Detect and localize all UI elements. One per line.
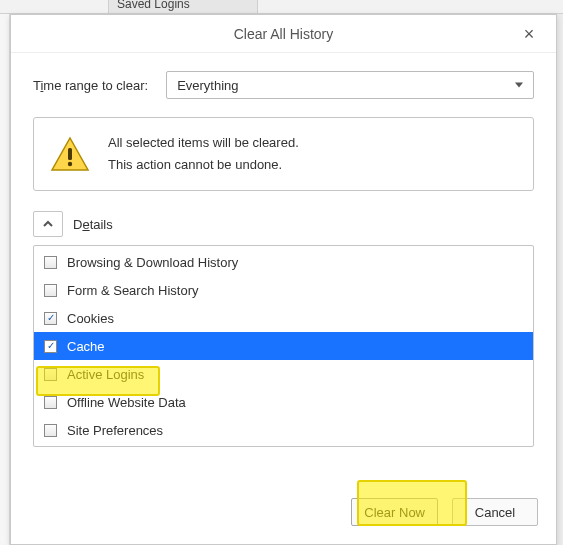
cancel-button[interactable]: Cancel	[452, 498, 538, 526]
close-icon: ×	[524, 24, 535, 45]
list-item[interactable]: Site Preferences	[34, 416, 533, 444]
list-item-label: Form & Search History	[67, 283, 198, 298]
warning-icon	[50, 136, 90, 172]
list-item[interactable]: Form & Search History	[34, 276, 533, 304]
list-item-label: Active Logins	[67, 367, 144, 382]
button-label: Cancel	[475, 505, 515, 520]
button-label: Clear Now	[364, 505, 425, 520]
list-item[interactable]: Active Logins	[34, 360, 533, 388]
checkbox[interactable]	[44, 424, 57, 437]
time-range-row: Time range to clear: Everything	[33, 71, 534, 99]
list-item[interactable]: Browsing & Download History	[34, 248, 533, 276]
clear-history-dialog: Clear All History × Time range to clear:…	[10, 14, 557, 545]
svg-point-2	[68, 162, 72, 166]
dialog-title: Clear All History	[234, 26, 334, 42]
svg-rect-1	[68, 148, 72, 160]
checkbox[interactable]	[44, 312, 57, 325]
checkbox[interactable]	[44, 368, 57, 381]
label-part: me range to clear:	[43, 78, 148, 93]
items-list: Browsing & Download HistoryForm & Search…	[33, 245, 534, 447]
details-label: Details	[73, 217, 113, 232]
label-part: D	[73, 217, 82, 232]
list-item-label: Cookies	[67, 311, 114, 326]
dialog-body: Time range to clear: Everything All sele…	[11, 53, 556, 484]
list-item-label: Browsing & Download History	[67, 255, 238, 270]
chevron-up-icon	[42, 218, 54, 230]
dialog-titlebar: Clear All History ×	[11, 15, 556, 53]
background-toolbar	[0, 0, 563, 14]
chevron-down-icon	[515, 83, 523, 88]
warning-line1: All selected items will be cleared.	[108, 132, 299, 154]
time-range-select[interactable]: Everything	[166, 71, 534, 99]
list-item[interactable]: Offline Website Data	[34, 388, 533, 416]
time-range-value: Everything	[177, 78, 238, 93]
checkbox[interactable]	[44, 256, 57, 269]
list-item-label: Site Preferences	[67, 423, 163, 438]
list-item[interactable]: Cookies	[34, 304, 533, 332]
label-accesskey: e	[82, 217, 89, 232]
details-header: Details	[33, 211, 534, 237]
label-part: tails	[90, 217, 113, 232]
warning-text: All selected items will be cleared. This…	[108, 132, 299, 176]
checkbox[interactable]	[44, 340, 57, 353]
details-toggle-button[interactable]	[33, 211, 63, 237]
close-button[interactable]: ×	[510, 15, 548, 53]
clear-now-button[interactable]: Clear Now	[351, 498, 438, 526]
list-item-label: Offline Website Data	[67, 395, 186, 410]
checkbox[interactable]	[44, 396, 57, 409]
checkbox[interactable]	[44, 284, 57, 297]
list-item-label: Cache	[67, 339, 105, 354]
time-range-label: Time range to clear:	[33, 78, 148, 93]
warning-line2: This action cannot be undone.	[108, 154, 299, 176]
background-sidebar	[0, 14, 10, 545]
warning-box: All selected items will be cleared. This…	[33, 117, 534, 191]
dialog-footer: Clear Now Cancel	[11, 484, 556, 544]
background-saved-logins: Saved Logins	[108, 0, 258, 14]
list-item[interactable]: Cache	[34, 332, 533, 360]
